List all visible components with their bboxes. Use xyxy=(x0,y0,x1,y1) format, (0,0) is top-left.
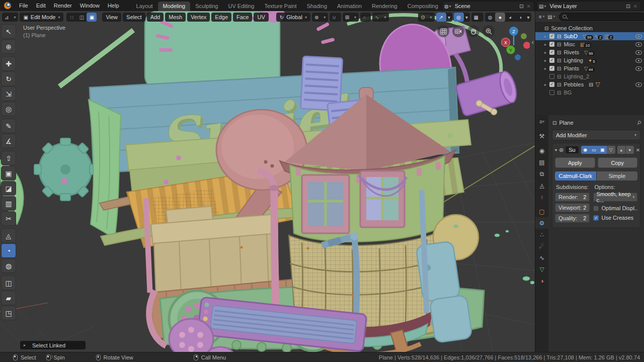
uv-menu[interactable]: UV xyxy=(254,13,268,22)
outliner-row-misc[interactable]: ▸ ✓ ⊟ Misc ▤10 xyxy=(535,40,644,48)
tab-shading[interactable]: Shading xyxy=(302,2,332,11)
pivot-point-dropdown[interactable]: ⊚ ▾ xyxy=(312,13,328,22)
edge-select-mode-button[interactable]: ◫ xyxy=(76,13,87,22)
outliner-row-plants[interactable]: ▸ ✓ ⊟ Plants ▽44 xyxy=(535,64,644,72)
tab-uv-editing[interactable]: UV Editing xyxy=(223,2,259,11)
expander-icon[interactable]: ▸ xyxy=(544,82,549,87)
catmull-clark-button[interactable]: Catmull-Clark xyxy=(555,171,596,180)
hide-in-viewport-toggle[interactable] xyxy=(635,82,642,87)
snap-settings-dropdown[interactable]: ⊞ ▾ xyxy=(343,13,359,22)
add-menu[interactable]: Add xyxy=(147,13,164,22)
tab-modifiers[interactable]: ⚙ xyxy=(535,217,548,229)
remove-modifier-button[interactable]: ✕ xyxy=(636,147,640,153)
transform-orientation-dropdown[interactable]: ↻ Global ▾ xyxy=(276,13,310,22)
overlays-dropdown[interactable]: ▾ xyxy=(464,13,470,22)
annotate-tool[interactable]: ✎ xyxy=(1,119,16,133)
search-input[interactable] xyxy=(569,13,642,20)
tab-material[interactable]: ◑ xyxy=(535,275,548,287)
collection-checkbox[interactable] xyxy=(549,74,554,79)
select-menu[interactable]: Select xyxy=(123,13,145,22)
quality-field[interactable]: Quality: 2 xyxy=(555,214,590,223)
outliner-row-lighting-2[interactable]: ⊟ Lighting_2 xyxy=(535,72,644,80)
breadcrumb-object-name[interactable]: Plane xyxy=(559,120,573,126)
shear-tool[interactable]: ▰ xyxy=(1,291,16,305)
outliner-row-lighting[interactable]: ▸ ✓ ⊟ Lighting ✦5 xyxy=(535,56,644,64)
poly-build-tool[interactable]: ◬ xyxy=(1,228,16,243)
new-view-layer-button[interactable]: ⊡ xyxy=(624,4,631,9)
checkbox-unchecked[interactable] xyxy=(593,206,599,211)
snap-toggle[interactable]: ∪ xyxy=(330,13,341,22)
tab-compositing[interactable]: Compositing xyxy=(403,2,443,11)
gizmo-dropdown[interactable]: ▾ xyxy=(446,13,452,22)
select-box-tool[interactable]: ↖ xyxy=(1,24,16,39)
proportional-falloff-dropdown[interactable]: ∿ ▾ xyxy=(372,13,388,22)
modifier-name-field[interactable]: Su xyxy=(566,146,578,153)
properties-editor-selector[interactable]: ≡ ▾ xyxy=(535,116,548,127)
outliner-row-bg[interactable]: ⊟ BG xyxy=(535,88,644,97)
operator-panel[interactable]: ▸ Select Linked xyxy=(20,341,86,349)
pin-icon[interactable]: ⚲ xyxy=(635,119,643,126)
menu-window[interactable]: Window xyxy=(76,2,104,9)
outliner-row-scene-collection[interactable]: ⊟ Scene Collection xyxy=(535,24,644,32)
tower-window-left[interactable] xyxy=(302,175,349,233)
unlink-scene-button[interactable]: ✕ xyxy=(525,4,532,9)
proportional-editing-toggle[interactable]: ○ xyxy=(360,13,371,22)
copy-button[interactable]: Copy xyxy=(598,157,638,168)
tab-physics[interactable]: ☄ xyxy=(535,240,548,252)
vertex-select-mode-button[interactable]: ∷ xyxy=(66,13,76,22)
uv-smooth-dropdown[interactable]: Smooth, keep c... ▾ xyxy=(593,193,637,202)
display-mode-selector[interactable]: ▤ ▾ xyxy=(546,14,556,20)
view-layer-name[interactable]: View Layer xyxy=(547,3,624,9)
expander-icon[interactable]: ▸ xyxy=(544,42,549,47)
scale-tool[interactable]: ⇲ xyxy=(1,86,16,101)
outliner-row-subd[interactable]: ▸ ✓ ⊟ SubD ▽99 ∿2 ◫2 xyxy=(535,32,644,40)
tab-sculpting[interactable]: Sculpting xyxy=(190,2,223,11)
shading-dropdown[interactable]: ▾ xyxy=(525,13,531,22)
tab-object-data[interactable]: ▽ xyxy=(535,263,548,275)
vertex-menu[interactable]: Vertex xyxy=(187,13,210,22)
show-in-render-toggle[interactable]: ◉ xyxy=(581,146,590,154)
new-scene-button[interactable]: ⊡ xyxy=(518,4,525,9)
rotate-tool[interactable]: ↻ xyxy=(1,71,16,86)
collection-checkbox[interactable] xyxy=(549,90,554,95)
show-in-viewport-toggle[interactable]: ▭ xyxy=(590,146,598,154)
gizmo-neg-x-axis[interactable] xyxy=(523,42,530,49)
mode-selector[interactable]: ▣ Edit Mode ▾ xyxy=(20,13,63,22)
cursor-tool[interactable]: ⊕ xyxy=(1,39,16,54)
tab-view-layer[interactable]: ⧉ xyxy=(535,168,548,179)
teal-gear[interactable] xyxy=(34,138,97,201)
collection-checkbox[interactable]: ✓ xyxy=(549,66,554,71)
simple-button[interactable]: Simple xyxy=(597,171,638,180)
tab-animation[interactable]: Animation xyxy=(332,2,367,11)
collection-checkbox[interactable]: ✓ xyxy=(549,42,554,47)
knife-tool[interactable]: ✂ xyxy=(1,211,16,226)
hide-in-viewport-toggle[interactable] xyxy=(635,66,642,71)
show-in-edit-mode-toggle[interactable]: ▣ xyxy=(598,146,607,154)
viewport-3d[interactable]: Suzie's Suzie's xyxy=(0,11,535,352)
edge-menu[interactable]: Edge xyxy=(211,13,231,22)
remove-view-layer-button[interactable]: ✕ xyxy=(632,4,639,9)
hide-in-viewport-toggle[interactable] xyxy=(635,58,642,63)
menu-help[interactable]: Help xyxy=(104,2,123,9)
collection-checkbox[interactable]: ✓ xyxy=(549,34,554,39)
scene-name[interactable]: Scene xyxy=(453,3,518,9)
editor-type-selector[interactable]: ⊿ ▾ xyxy=(2,13,18,22)
outliner-search[interactable] xyxy=(559,13,644,21)
rip-region-tool[interactable]: ◳ xyxy=(1,306,16,320)
outliner-row-rivets[interactable]: ▸ ✓ ⊟ Rivets ▽99 xyxy=(535,48,644,56)
xray-toggle[interactable]: ▦ xyxy=(471,13,484,22)
gizmo-neg-y-axis[interactable] xyxy=(521,33,527,39)
zoom-view-button[interactable] xyxy=(482,25,495,37)
menu-edit[interactable]: Edit xyxy=(32,2,50,9)
transform-tool[interactable]: ◎ xyxy=(1,102,16,116)
tab-particles[interactable]: ∴ xyxy=(535,229,548,240)
hide-in-viewport-toggle[interactable] xyxy=(635,50,642,55)
show-gizmo-toggle[interactable]: ↗ xyxy=(436,13,446,22)
show-overlays-toggle[interactable]: ◎ xyxy=(454,13,464,22)
solid-shading-button[interactable]: ● xyxy=(495,13,505,22)
material-preview-button[interactable]: ◕ xyxy=(505,13,515,22)
move-tool[interactable]: ✚ xyxy=(1,56,16,71)
measure-tool[interactable]: ∡ xyxy=(1,134,16,148)
loop-cut-tool[interactable]: ▥ xyxy=(1,196,16,211)
smooth-tool[interactable]: ◍ xyxy=(1,258,16,273)
